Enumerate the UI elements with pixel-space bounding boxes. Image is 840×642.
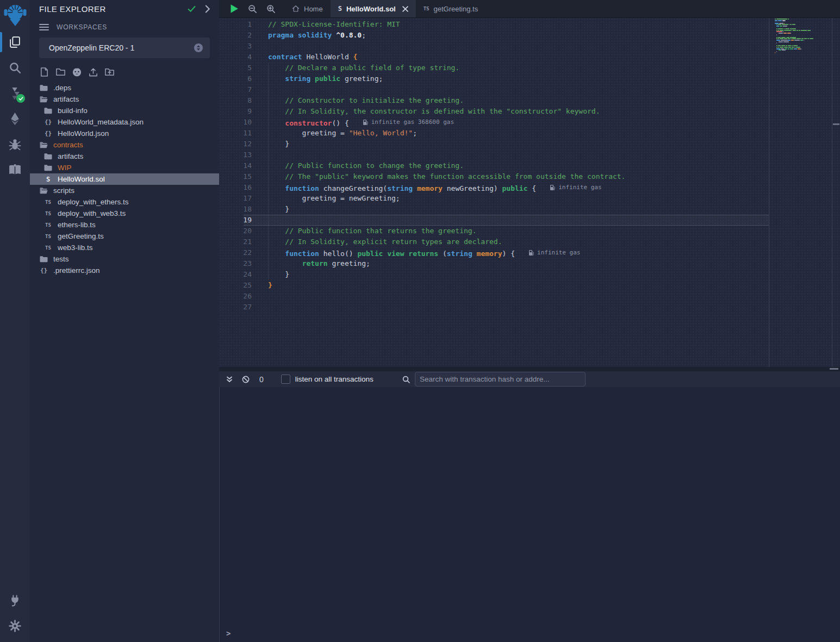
line-number[interactable]: 13 [219,149,252,160]
workspace-select[interactable]: OpenZeppelin ERC20 - 1 [39,38,210,58]
tree-item-label: HelloWorld_metadata.json [58,118,144,126]
tree-item-ethers-lib.ts[interactable]: TSethers-lib.ts [30,219,219,230]
code-line-1: // SPDX-License-Identifier: MIT [268,19,769,30]
line-number[interactable]: 8 [219,95,252,106]
close-tab-icon[interactable] [402,6,408,12]
new-folder-icon[interactable] [55,67,66,77]
tab-HelloWorld.sol[interactable]: SHelloWorld.sol [331,0,416,17]
line-number[interactable]: 23 [219,258,252,269]
upload-folder-icon[interactable] [104,67,115,77]
workspaces-label: WORKSPACES [57,23,107,31]
line-number[interactable]: 14 [219,160,252,171]
run-script-button[interactable] [230,4,239,14]
gas-estimate-annotation: infinite gas [550,182,601,193]
tree-item-HelloWorld.sol[interactable]: SHelloWorld.sol [30,173,219,185]
tree-item-getGreeting.ts[interactable]: TSgetGreeting.ts [30,230,219,242]
line-number[interactable]: 9 [219,106,252,117]
line-number[interactable]: 22 [219,247,252,258]
tab-getGreeting.ts[interactable]: TSgetGreeting.ts [416,0,486,17]
line-number[interactable]: 21 [219,236,252,247]
sidebar-item-settings[interactable] [0,613,30,639]
minimap[interactable] [775,18,829,62]
tree-item-artifacts[interactable]: artifacts [30,151,219,162]
terminal-output[interactable]: > [219,387,840,642]
workspace-name: OpenZeppelin ERC20 - 1 [49,43,194,52]
sidebar-item-debugger[interactable] [0,132,30,157]
line-number[interactable]: 10 [219,117,252,128]
code-line-23: return greeting; [268,258,769,269]
line-number-gutter[interactable]: 1234567891011121314151617181920212223242… [219,18,268,367]
line-number[interactable]: 17 [219,193,252,204]
line-number[interactable]: 20 [219,226,252,236]
line-number[interactable]: 24 [219,269,252,280]
overview-ruler-mark [833,123,839,125]
terminal-toolbar: 0 listen on all transactions [219,371,840,387]
sidebar-item-solidity-unit-testing[interactable] [0,157,30,183]
listen-transactions-checkbox[interactable] [281,375,290,384]
check-icon[interactable] [188,5,196,13]
code-line-17: greeting = newGreeting; [268,193,769,204]
tree-item-label: WIP [58,164,72,172]
tree-item-label: .prettierrc.json [53,266,100,275]
tree-item-.deps[interactable]: .deps [30,82,219,94]
folder-open-icon [39,187,48,194]
chevron-right-icon[interactable] [203,5,211,13]
line-number[interactable]: 18 [219,204,252,215]
line-number[interactable]: 5 [219,63,252,73]
remix-logo-icon[interactable] [0,0,30,29]
sidebar-item-deploy-and-run[interactable] [0,106,30,132]
code-line-20: // Public function that returns the gree… [268,226,769,236]
tree-item-WIP[interactable]: WIP [30,162,219,173]
tree-item-artifacts[interactable]: artifacts [30,94,219,105]
code-editor[interactable]: 1234567891011121314151617181920212223242… [219,18,840,367]
line-number[interactable]: 4 [219,52,252,63]
sidebar-item-plugin-manager[interactable] [0,588,30,613]
activity-bar-bottom [0,588,30,639]
tree-item-web3-lib.ts[interactable]: TSweb3-lib.ts [30,242,219,253]
sidebar-item-file-explorer[interactable] [0,29,30,55]
line-number[interactable]: 15 [219,171,252,182]
upload-file-icon[interactable] [88,67,98,77]
file-explorer-panel: FILE EXPLORER WORKSPACES OpenZeppelin ER… [30,0,219,642]
line-number[interactable]: 3 [219,41,252,52]
line-number[interactable]: 11 [219,128,252,139]
tree-item-HelloWorld.json[interactable]: {}HelloWorld.json [30,128,219,139]
plug-icon [8,594,22,607]
line-number[interactable]: 12 [219,139,252,149]
tab-label: HelloWorld.sol [346,5,396,13]
tab-Home[interactable]: Home [284,0,331,17]
tree-item-label: artifacts [53,95,79,103]
tree-item-HelloWorld_metadata.json[interactable]: {}HelloWorld_metadata.json [30,116,219,128]
double-chevron-down-icon[interactable] [226,376,233,383]
typescript-file-icon: TS [43,200,53,205]
code-area[interactable]: // SPDX-License-Identifier: MITpragma so… [268,18,769,367]
tree-item-contracts[interactable]: contracts [30,139,219,151]
tree-item-.prettierrc.json[interactable]: {}.prettierrc.json [30,265,219,276]
workspaces-menu-icon[interactable] [39,24,49,30]
sidebar-item-solidity-compiler[interactable] [0,80,30,106]
transaction-search-input[interactable] [415,372,586,387]
tree-item-build-info[interactable]: build-info [30,105,219,116]
line-number[interactable]: 16 [219,182,252,193]
github-icon[interactable] [72,67,82,77]
line-number[interactable]: 2 [219,30,252,41]
line-number[interactable]: 1 [219,19,252,30]
line-number[interactable]: 26 [219,291,252,302]
sidebar-item-search[interactable] [0,55,30,80]
line-number[interactable]: 27 [219,302,252,313]
line-number[interactable]: 25 [219,280,252,291]
tree-item-scripts[interactable]: scripts [30,185,219,196]
tree-item-label: tests [53,255,69,263]
block-transactions-icon[interactable] [242,376,250,383]
line-number[interactable]: 7 [219,84,252,95]
new-file-icon[interactable] [39,67,49,77]
tree-item-tests[interactable]: tests [30,253,219,265]
terminal-resize-handle[interactable] [219,367,840,371]
line-number[interactable]: 6 [219,73,252,84]
tree-item-deploy_with_web3.ts[interactable]: TSdeploy_with_web3.ts [30,208,219,219]
tree-item-deploy_with_ethers.ts[interactable]: TSdeploy_with_ethers.ts [30,196,219,208]
overview-ruler[interactable] [832,18,840,367]
zoom-out-icon[interactable] [248,4,257,14]
zoom-in-icon[interactable] [266,4,276,14]
gas-estimate-annotation: infinite gas [529,247,580,258]
